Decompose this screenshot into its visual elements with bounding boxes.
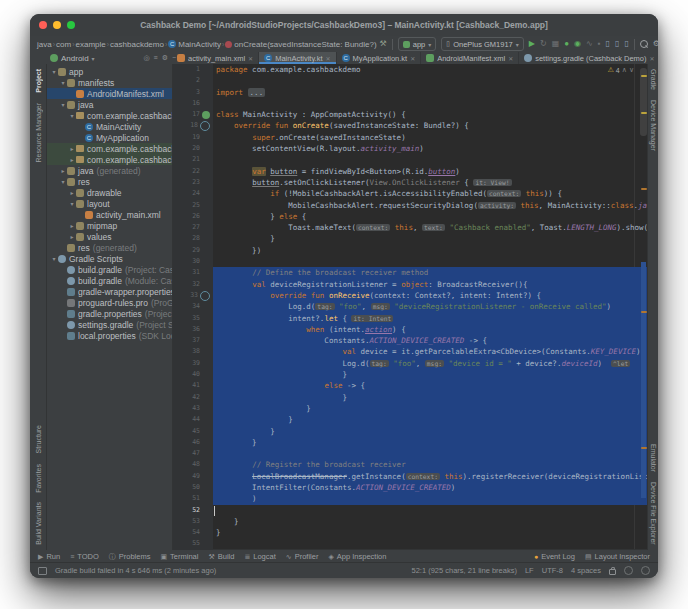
code-text[interactable]: intent?.let { it: Intent [213, 313, 648, 324]
gutter-line-30[interactable]: 30 [172, 256, 213, 267]
tab-myapplication-kt[interactable]: MyApplication.kt✕ [337, 52, 422, 64]
gutter-line-55[interactable]: 55 [172, 538, 213, 549]
code-line-49[interactable]: 49 LocalBroadcastManager.getInstance(con… [172, 471, 648, 482]
code-line-35[interactable]: 35 intent?.let { it: Intent [172, 313, 648, 324]
tree-item-build-gradle-project-cashback-de[interactable]: build.gradle(Project: Cashback_De [46, 264, 172, 275]
tab-activity-main-xml[interactable]: activity_main.xml✕ [172, 52, 259, 64]
breadcrumb-item-example[interactable]: example [76, 40, 106, 49]
tree-chevron-icon[interactable]: ▸ [68, 222, 76, 229]
code-text[interactable]: val deviceRegistrationListener = object:… [213, 279, 648, 290]
tool-window-button-app-inspection[interactable]: ◈App Inspection [328, 552, 386, 562]
code-line-31[interactable]: 31 // Define the broadcast receiver meth… [172, 267, 648, 278]
tool-window-button-event-log[interactable]: ●Event Log [534, 552, 575, 561]
code-text[interactable] [213, 75, 648, 86]
gutter-line-3[interactable]: 3 [172, 87, 213, 98]
coverage-icon[interactable]: ∿ [586, 39, 593, 49]
apply-changes-icon[interactable]: ↻ [540, 39, 547, 49]
tool-stripe-button-device-file-explorer[interactable]: Device File Explorer [650, 482, 657, 545]
code-line-37[interactable]: 37 Constants.ACTION_DEVICE_CREATED -> { [172, 335, 648, 346]
close-window-button[interactable] [39, 21, 47, 29]
breadcrumb-item-com[interactable]: com [56, 40, 71, 49]
code-text[interactable]: import ... [213, 87, 648, 98]
code-line-45[interactable]: 45 } [172, 426, 648, 437]
tool-stripe-button-structure[interactable]: Structure [35, 425, 42, 453]
gutter-line-52[interactable]: 52 [172, 505, 213, 516]
gutter-line-23[interactable]: 23 [172, 177, 213, 188]
code-line-20[interactable]: 20 setContentView(R.layout.activity_main… [172, 143, 648, 154]
code-line-30[interactable]: 30 [172, 256, 648, 267]
code-text[interactable]: } [213, 392, 648, 403]
search-everywhere-icon[interactable] [640, 40, 648, 48]
highlighting-level-icon[interactable] [624, 566, 633, 575]
gutter-line-29[interactable]: 29 [172, 245, 213, 256]
gutter-line-19[interactable]: 19 [172, 132, 213, 143]
tree-chevron-icon[interactable]: ▾ [59, 178, 67, 185]
tree-item-androidmanifest-xml[interactable]: AndroidManifest.xml [46, 88, 172, 99]
panel-settings-icon[interactable]: ⚙ [162, 54, 168, 62]
gutter-line-21[interactable]: 21 [172, 154, 213, 165]
gutter-line-28[interactable]: 28 [172, 233, 213, 244]
tree-item-com-example-cashbackdemo-te[interactable]: ▸com.example.cashbackdemo(te [46, 154, 172, 165]
run-configuration-select[interactable]: app ▾ [398, 37, 437, 51]
code-line-46[interactable]: 46 } [172, 437, 648, 448]
inspection-widget[interactable]: ⚠ 4 ∧ ∨ [608, 66, 634, 74]
readonly-lock-icon[interactable] [609, 569, 616, 575]
gutter-line-33[interactable]: 33 [172, 290, 213, 301]
tool-window-button-problems[interactable]: ⓘProblems [109, 552, 151, 562]
code-text[interactable]: }) [213, 245, 648, 256]
code-text[interactable]: } [213, 369, 648, 380]
apply-code-changes-icon[interactable]: ▦ [552, 39, 560, 49]
code-line-32[interactable]: 32 val deviceRegistrationListener = obje… [172, 279, 648, 290]
code-text[interactable]: Log.d(tag: "foo", msg: "deviceRegistrati… [213, 301, 648, 312]
gutter-line-22[interactable]: 22 [172, 166, 213, 177]
tree-chevron-icon[interactable]: ▾ [50, 255, 58, 262]
gutter-line-49[interactable]: 49 [172, 471, 213, 482]
code-text[interactable] [213, 505, 648, 516]
gutter-line-42[interactable]: 42 [172, 392, 213, 403]
code-text[interactable]: Log.d(tag: "foo", msg: "device id = " + … [213, 358, 648, 369]
pair-devices-icon[interactable]: ▯ [615, 39, 619, 49]
code-text[interactable]: override fun onCreate(savedInstanceState… [213, 120, 648, 131]
code-line-16[interactable]: 16 [172, 98, 648, 109]
profile-icon[interactable]: ◉ [574, 39, 581, 49]
android-gutter-icon[interactable] [202, 111, 210, 119]
tool-stripe-button-project[interactable]: Project [35, 69, 42, 93]
tree-item-app[interactable]: ▾app [46, 66, 172, 77]
code-line-41[interactable]: 41 else -> { [172, 380, 648, 391]
tree-item-proguard-rules-pro-proguard-rules[interactable]: proguard-rules.pro(ProGuard Rules [46, 297, 172, 308]
code-text[interactable]: button.setOnClickListener(View.OnClickLi… [213, 177, 648, 188]
tree-chevron-icon[interactable]: ▾ [59, 79, 67, 86]
code-line-55[interactable]: 55 [172, 538, 648, 549]
tree-item-gradle-scripts[interactable]: ▾Gradle Scripts [46, 253, 172, 264]
gutter-line-26[interactable]: 26 [172, 211, 213, 222]
stop-icon[interactable]: ▪ [598, 39, 601, 49]
code-line-25[interactable]: 25 MobileCashbackAlert.requestSecurityDi… [172, 200, 648, 211]
tree-item-java[interactable]: ▾java [46, 99, 172, 110]
tool-stripe-button-emulator[interactable]: Emulator [650, 444, 657, 472]
prev-issue-icon[interactable]: ∧ [622, 66, 627, 74]
sync-icon[interactable]: ▯ [624, 39, 628, 49]
code-line-27[interactable]: 27 Toast.makeText(context: this, text: "… [172, 222, 648, 233]
gutter-line-44[interactable]: 44 [172, 414, 213, 425]
code-text[interactable]: package com.example.cashbackdemo [213, 64, 648, 75]
code-text[interactable]: IntentFilter(Constants.ACTION_DEVICE_CRE… [213, 482, 648, 493]
code-line-23[interactable]: 23 button.setOnClickListener(View.OnClic… [172, 177, 648, 188]
tree-item-drawable[interactable]: ▸drawable [46, 187, 172, 198]
code-text[interactable]: val device = it.getParcelableExtra<CbDev… [213, 346, 648, 357]
code-text[interactable]: Toast.makeText(context: this, text: "Cas… [213, 222, 648, 233]
gutter-line-25[interactable]: 25 [172, 200, 213, 211]
code-line-1[interactable]: 1package com.example.cashbackdemo [172, 64, 648, 75]
tree-item-myapplication[interactable]: MyApplication [46, 132, 172, 143]
code-line-3[interactable]: 3import ... [172, 87, 648, 98]
tool-window-button-run[interactable]: ▶Run [38, 552, 60, 562]
tool-stripe-button-gradle[interactable]: Gradle [650, 69, 657, 90]
gutter-line-24[interactable]: 24 [172, 188, 213, 199]
tree-item-gradle-properties-project-propertie[interactable]: gradle.properties(Project Propertie [46, 308, 172, 319]
caret-position[interactable]: 52:1 (925 chars, 21 line breaks) [411, 566, 516, 575]
tree-item-res-generated[interactable]: res(generated) [46, 242, 172, 253]
zoom-window-button[interactable] [67, 21, 75, 29]
code-line-40[interactable]: 40 } [172, 369, 648, 380]
gutter-line-43[interactable]: 43 [172, 403, 213, 414]
tree-item-local-properties-sdk-location[interactable]: local.properties(SDK Location) [46, 330, 172, 341]
code-text[interactable]: class MainActivity : AppCompatActivity()… [213, 109, 648, 120]
